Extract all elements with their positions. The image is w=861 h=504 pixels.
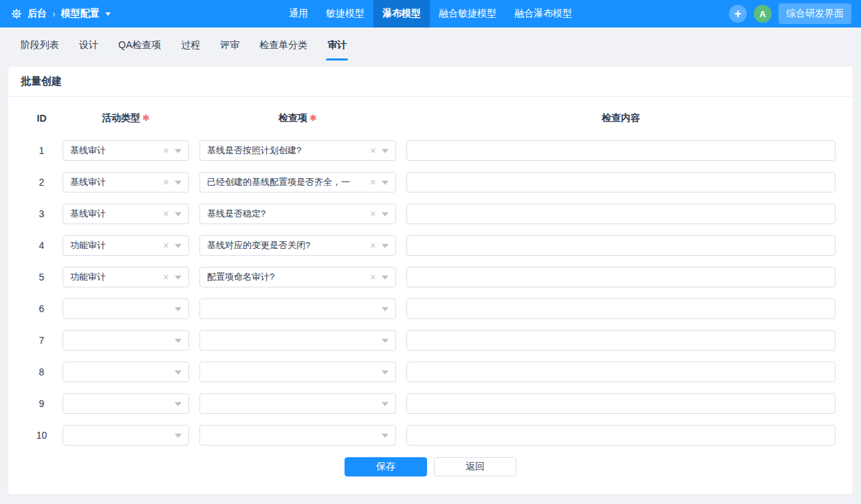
check-item-select-value: 已经创建的基线配置项是否齐全，一 bbox=[200, 176, 395, 188]
tab-6[interactable]: 审计 bbox=[326, 28, 348, 63]
batch-create-form: ID活动类型✱检查项✱检查内容 1基线审计✕基线是否按照计划创建?✕2基线审计✕… bbox=[8, 97, 853, 476]
check-item-select-value: 基线是否按照计划创建? bbox=[200, 144, 395, 157]
table-row: 6 bbox=[21, 293, 840, 325]
chevron-down-icon bbox=[175, 276, 182, 280]
row-id: 10 bbox=[21, 430, 63, 441]
check-item-select[interactable] bbox=[199, 330, 396, 351]
tab-3[interactable]: 过程 bbox=[179, 28, 201, 63]
add-button[interactable]: + bbox=[729, 5, 747, 23]
clear-icon[interactable]: ✕ bbox=[370, 147, 376, 155]
table-row: 4功能审计✕基线对应的变更是否关闭?✕ bbox=[21, 230, 840, 261]
clear-icon[interactable]: ✕ bbox=[370, 179, 376, 186]
table-row: 5功能审计✕配置项命名审计?✕ bbox=[21, 261, 840, 293]
tab-1[interactable]: 设计 bbox=[78, 28, 100, 63]
check-item-select[interactable] bbox=[199, 393, 396, 414]
column-header-label: 检查项 bbox=[279, 112, 307, 123]
activity-type-select[interactable]: 基线审计✕ bbox=[63, 172, 189, 193]
required-asterisk: ✱ bbox=[142, 113, 150, 123]
tab-0[interactable]: 阶段列表 bbox=[19, 28, 61, 63]
primary-nav: 通用敏捷模型瀑布模型融合敏捷模型融合瀑布模型 bbox=[280, 0, 581, 28]
clear-icon[interactable]: ✕ bbox=[370, 210, 376, 218]
check-item-select[interactable] bbox=[199, 298, 396, 319]
activity-type-select[interactable]: 基线审计✕ bbox=[63, 140, 189, 161]
table-row: 1基线审计✕基线是否按照计划创建?✕ bbox=[21, 135, 840, 166]
check-item-select[interactable] bbox=[199, 425, 396, 446]
clear-icon[interactable]: ✕ bbox=[163, 210, 169, 218]
row-id: 6 bbox=[21, 303, 63, 314]
clear-icon[interactable]: ✕ bbox=[163, 179, 169, 186]
chevron-down-icon bbox=[382, 307, 389, 311]
check-item-select[interactable]: 基线对应的变更是否关闭?✕ bbox=[199, 235, 396, 256]
chevron-down-icon bbox=[175, 181, 182, 185]
check-content-input[interactable] bbox=[406, 172, 836, 193]
clear-icon[interactable]: ✕ bbox=[163, 147, 169, 155]
nav-item-1[interactable]: 敏捷模型 bbox=[317, 0, 373, 28]
check-content-input[interactable] bbox=[406, 298, 836, 319]
check-item-select[interactable] bbox=[199, 362, 396, 382]
avatar-letter: A bbox=[759, 9, 765, 19]
breadcrumb: 后台 › 模型配置 bbox=[0, 0, 111, 28]
activity-type-select[interactable] bbox=[63, 362, 189, 382]
activity-type-select[interactable]: 基线审计✕ bbox=[63, 204, 189, 224]
check-content-input[interactable] bbox=[406, 393, 836, 414]
tab-5[interactable]: 检查单分类 bbox=[258, 28, 309, 63]
check-item-select-value: 基线是否稳定? bbox=[200, 208, 395, 220]
check-item-select[interactable]: 基线是否稳定?✕ bbox=[199, 204, 396, 224]
row-id: 1 bbox=[21, 145, 63, 156]
activity-type-select[interactable] bbox=[63, 393, 189, 414]
chevron-down-icon bbox=[382, 371, 389, 375]
workspace-button[interactable]: 综合研发界面 bbox=[778, 3, 851, 24]
chevron-down-icon bbox=[382, 244, 389, 248]
required-asterisk: ✱ bbox=[309, 113, 317, 123]
activity-type-select[interactable] bbox=[63, 298, 189, 319]
clear-icon[interactable]: ✕ bbox=[370, 274, 376, 281]
gear-icon[interactable] bbox=[11, 8, 22, 19]
clear-icon[interactable]: ✕ bbox=[163, 242, 169, 250]
save-button[interactable]: 保存 bbox=[345, 457, 427, 476]
chevron-down-icon bbox=[382, 276, 389, 280]
column-header: 检查内容 bbox=[406, 112, 836, 124]
chevron-down-icon bbox=[175, 434, 182, 438]
chevron-down-icon bbox=[175, 402, 182, 406]
check-content-input[interactable] bbox=[406, 362, 836, 382]
back-button[interactable]: 返回 bbox=[434, 457, 516, 476]
activity-type-select[interactable]: 功能审计✕ bbox=[63, 235, 189, 256]
check-item-select[interactable]: 基线是否按照计划创建?✕ bbox=[199, 140, 396, 161]
nav-item-0[interactable]: 通用 bbox=[280, 0, 317, 28]
breadcrumb-root[interactable]: 后台 bbox=[28, 8, 47, 20]
column-header-label: 活动类型 bbox=[102, 112, 140, 123]
table-header-row: ID活动类型✱检查项✱检查内容 bbox=[21, 108, 840, 129]
chevron-down-icon bbox=[105, 12, 111, 16]
avatar[interactable]: A bbox=[754, 5, 772, 23]
nav-item-2[interactable]: 瀑布模型 bbox=[373, 0, 430, 28]
chevron-down-icon bbox=[382, 149, 389, 153]
check-item-select[interactable]: 配置项命名审计?✕ bbox=[199, 267, 396, 287]
chevron-down-icon bbox=[175, 371, 182, 375]
clear-icon[interactable]: ✕ bbox=[163, 274, 169, 281]
check-content-input[interactable] bbox=[406, 330, 836, 351]
table-row: 9 bbox=[21, 388, 840, 419]
nav-item-3[interactable]: 融合敏捷模型 bbox=[430, 0, 505, 28]
check-content-input[interactable] bbox=[406, 235, 836, 256]
column-header: ID bbox=[21, 113, 63, 124]
check-content-input[interactable] bbox=[406, 204, 836, 224]
activity-type-select-value: 功能审计 bbox=[63, 271, 188, 283]
activity-type-select[interactable] bbox=[63, 330, 189, 351]
tab-4[interactable]: 评审 bbox=[219, 28, 241, 63]
activity-type-select[interactable] bbox=[63, 425, 189, 446]
chevron-down-icon bbox=[175, 212, 182, 217]
breadcrumb-current[interactable]: 模型配置 bbox=[61, 8, 111, 20]
row-id: 4 bbox=[21, 240, 63, 251]
tab-2[interactable]: QA检查项 bbox=[117, 28, 162, 63]
clear-icon[interactable]: ✕ bbox=[370, 242, 376, 250]
check-content-input[interactable] bbox=[406, 425, 836, 446]
activity-type-select[interactable]: 功能审计✕ bbox=[63, 267, 189, 287]
check-content-input[interactable] bbox=[406, 140, 836, 161]
row-id: 5 bbox=[21, 272, 63, 283]
chevron-down-icon bbox=[382, 181, 389, 185]
check-content-input[interactable] bbox=[406, 267, 836, 287]
check-item-select[interactable]: 已经创建的基线配置项是否齐全，一✕ bbox=[199, 172, 396, 193]
chevron-down-icon bbox=[382, 402, 389, 406]
table-row: 8 bbox=[21, 356, 840, 388]
nav-item-4[interactable]: 融合瀑布模型 bbox=[505, 0, 581, 28]
